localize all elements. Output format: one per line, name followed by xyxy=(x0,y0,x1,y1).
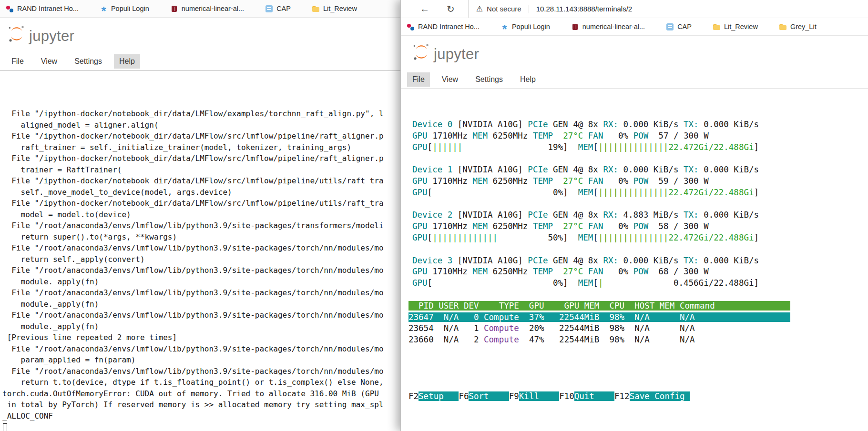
bookmarks-bar-right: RAND Intranet Ho...*Populi Loginnumerica… xyxy=(401,18,868,36)
terminal-text-segment: GPU xyxy=(412,221,432,231)
terminal-text-segment: Device 0 xyxy=(412,120,458,129)
terminal-text-segment: Compute xyxy=(484,323,519,333)
terminal-text-segment: 19% xyxy=(462,142,563,152)
terminal-output-line: File "/ipython-docker/notebook_dir/data/… xyxy=(2,175,400,187)
terminal-text-segment: 23660 N/A 2 xyxy=(408,335,484,344)
bookmark-label: numerical-linear-al... xyxy=(182,5,244,12)
terminal-text-segment: TEMP xyxy=(533,221,558,231)
terminal-output-line: return self._apply(convert) xyxy=(2,254,400,265)
jupyter-logo-icon[interactable] xyxy=(412,43,430,63)
terminal-text-segment: GEN 4@ 8x xyxy=(553,256,603,265)
back-icon[interactable]: ← xyxy=(420,3,429,14)
terminal-text-segment: TX: xyxy=(684,210,704,220)
bookmark-lit-review[interactable]: Lit_Review xyxy=(713,23,758,31)
terminal-text-segment: GPU xyxy=(412,142,428,152)
folder-icon xyxy=(779,23,787,31)
terminal-text-segment: 27°C xyxy=(558,131,588,140)
terminal-output-line: param_applied = fn(param) xyxy=(2,354,400,366)
terminal-text-segment: ] xyxy=(754,142,759,152)
terminal-text-segment: POW xyxy=(633,221,654,231)
terminal-text-segment xyxy=(568,278,578,288)
rand-icon xyxy=(407,23,415,31)
terminal-text-segment: 4.883 MiB/s xyxy=(623,210,684,220)
terminal-text-segment: 0.000 KiB/s xyxy=(623,120,684,129)
bookmark-numerical-linear-al[interactable]: numerical-linear-al... xyxy=(170,5,244,13)
terminal-output-line: File "/ipython-docker/notebook_dir/data/… xyxy=(2,198,400,209)
bookmark-populi-login[interactable]: *Populi Login xyxy=(500,23,550,31)
populi-icon: * xyxy=(100,7,108,15)
blank xyxy=(412,346,868,357)
menu-view[interactable]: View xyxy=(36,54,62,69)
terminal-text-segment: TX: xyxy=(684,256,704,265)
bookmark-populi-login[interactable]: *Populi Login xyxy=(100,5,149,13)
menu-settings[interactable]: Settings xyxy=(470,72,508,87)
menu-view[interactable]: View xyxy=(437,72,463,87)
menu-file[interactable]: File xyxy=(6,54,29,69)
security-label[interactable]: Not secure xyxy=(487,5,521,13)
refresh-icon[interactable]: ↻ xyxy=(447,3,455,15)
terminal-output-line: return super().to(*args, **kwargs) xyxy=(2,231,400,243)
terminal-text-segment: 0.000 KiB/s xyxy=(704,120,759,129)
menu-help[interactable]: Help xyxy=(515,72,541,87)
terminal-text-segment: FAN xyxy=(588,176,608,186)
terminal-text-segment: RX: xyxy=(603,165,623,174)
terminal-text-segment: GPU xyxy=(412,267,432,276)
terminal-text-segment: GEN 4@ 8x xyxy=(553,165,603,174)
terminal-text-segment: [ xyxy=(428,278,433,288)
terminal-output-line: File "/root/anaconda3/envs/lmflow/lib/py… xyxy=(2,265,400,276)
terminal-text-segment: [ xyxy=(593,188,598,197)
terminal-text-segment: Setup xyxy=(419,391,459,401)
menu-file[interactable]: File xyxy=(407,72,430,87)
address-bar[interactable]: ⚠ Not secure 10.28.11.143:8888/terminals… xyxy=(468,0,632,18)
terminal-text-segment: 1710MHz xyxy=(432,176,472,186)
terminal-text-segment xyxy=(568,188,578,197)
terminal-text-segment: F2 xyxy=(408,391,419,401)
terminal-text-segment: Save Config xyxy=(630,391,690,401)
terminal-text-segment: ||||||||||||||22.472Gi/22.488Gi xyxy=(598,142,754,152)
browser-window-left: RAND Intranet Ho...*Populi Loginnumerica… xyxy=(0,0,400,431)
bookmark-cap[interactable]: CAP xyxy=(265,5,291,13)
terminal-text-segment: Device 3 xyxy=(412,256,458,265)
terminal-text-segment: TX: xyxy=(684,165,704,174)
bookmark-rand-intranet-ho[interactable]: RAND Intranet Ho... xyxy=(6,5,79,13)
bookmark-numerical-linear-al[interactable]: numerical-linear-al... xyxy=(571,23,645,31)
device-2-line-1: Device 2 [NVIDIA A10G] PCIe GEN 4@ 8x RX… xyxy=(412,210,868,221)
terminal-text-segment: Device 2 xyxy=(412,210,458,220)
bookmark-rand-intranet-ho[interactable]: RAND Intranet Ho... xyxy=(407,23,480,31)
terminal-text-segment: [ xyxy=(428,188,433,197)
bookmark-label: Lit_Review xyxy=(724,23,758,30)
terminal-output-line: in total by PyTorch) If reserved memory … xyxy=(2,399,400,411)
bookmark-label: Populi Login xyxy=(512,23,550,30)
bookmark-lit-review[interactable]: Lit_Review xyxy=(312,5,357,13)
blank xyxy=(412,244,868,255)
process-row: 23660 N/A 2 Compute 47% 22544MiB 98% N/A… xyxy=(408,334,868,346)
terminal-text-segment: ] xyxy=(754,278,759,288)
bookmark-grey-lit[interactable]: Grey_Lit xyxy=(779,23,817,31)
terminal-text-segment: POW xyxy=(633,267,654,276)
terminal-output-line: File "/root/anaconda3/envs/lmflow/lib/py… xyxy=(2,343,400,355)
terminal-output-line: self._move_model_to_device(model, args.d… xyxy=(2,187,400,198)
terminal-text-segment: 0% xyxy=(608,176,633,186)
terminal-output-line: File "/root/anaconda3/envs/lmflow/lib/py… xyxy=(2,242,400,254)
terminal-text-segment: TEMP xyxy=(533,267,558,276)
menu-settings[interactable]: Settings xyxy=(69,54,107,69)
terminal-text-segment: 59 / 300 W xyxy=(654,176,709,186)
url-text[interactable]: 10.28.11.143:8888/terminals/2 xyxy=(536,5,633,13)
terminal-left[interactable]: File "/ipython-docker/notebook_dir/data/… xyxy=(0,102,400,431)
menu-bar-right: FileViewSettingsHelp xyxy=(401,70,868,89)
terminal-text-segment: [NVIDIA A10G] xyxy=(458,165,528,174)
terminal-text-segment: 0.000 KiB/s xyxy=(704,210,759,220)
terminal-cursor xyxy=(3,423,7,431)
terminal-text-segment: PCIe xyxy=(528,165,553,174)
terminal-text-segment: 6250MHz xyxy=(493,267,533,276)
terminal-right[interactable]: Device 0 [NVIDIA A10G] PCIe GEN 4@ 8x RX… xyxy=(401,113,868,431)
menu-help[interactable]: Help xyxy=(114,54,140,69)
terminal-text-segment: GPU xyxy=(412,233,428,242)
jupyter-logo-icon[interactable] xyxy=(8,25,26,45)
terminal-text-segment: |||||| xyxy=(432,142,462,152)
bookmark-cap[interactable]: CAP xyxy=(666,23,692,31)
terminal-text-segment: F6 xyxy=(459,391,469,401)
terminal-text-segment: Quit xyxy=(574,391,614,401)
device-2-line-3: GPU[||||||||||||| 50%] MEM[|||||||||||||… xyxy=(412,232,868,244)
book-icon xyxy=(170,5,178,13)
